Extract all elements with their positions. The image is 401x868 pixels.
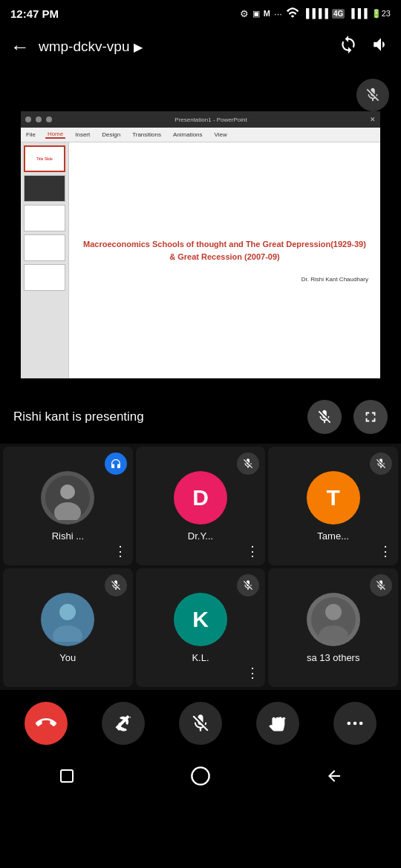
presenting-bar: Rishi kant is presenting (0, 390, 401, 444)
slide-thumb-4[interactable] (24, 234, 65, 261)
signal-icon: ▐▐▐▐ (303, 8, 328, 19)
participant-tame: T Tame... ⋮ (268, 447, 398, 565)
status-icons: ⚙ ▣ M ··· ▐▐▐▐ 4G ▐▐▐ 🔋23 (240, 7, 391, 20)
status-bar: 12:47 PM ⚙ ▣ M ··· ▐▐▐▐ 4G ▐▐▐ 🔋23 (0, 0, 401, 27)
signal2-icon: ▐▐▐ (348, 8, 368, 19)
ribbon-animations: Animations (171, 131, 205, 138)
status-time: 12:47 PM (10, 7, 59, 20)
raise-hand-button[interactable] (256, 702, 299, 745)
dry-mute-icon (237, 453, 259, 475)
svg-point-13 (192, 767, 209, 784)
slide-panel: Title Slide (21, 142, 69, 378)
participant-rishi: Rishi ... ⋮ (3, 447, 133, 565)
back-button[interactable]: ← (10, 36, 30, 59)
you-name: You (59, 652, 76, 663)
you-avatar (41, 593, 94, 646)
slide-title: Macroeconomics Schools of thought and Th… (81, 238, 368, 263)
dry-more-button[interactable]: ⋮ (246, 543, 259, 559)
nav-home-button[interactable] (186, 761, 215, 791)
camera-button[interactable] (102, 702, 145, 745)
fullscreen-button[interactable] (353, 400, 388, 434)
slide-thumb-5[interactable] (24, 264, 65, 291)
mic-button[interactable] (179, 702, 222, 745)
ribbon-design: Design (100, 131, 123, 138)
ribbon-view: View (212, 131, 229, 138)
you-mute-icon (105, 574, 127, 596)
slide-main-content: Macroeconomics Schools of thought and Th… (69, 142, 380, 378)
settings-icon: ⚙ (240, 8, 249, 19)
others-name: sa 13 others (307, 652, 360, 663)
sa-avatar (307, 593, 360, 646)
meeting-title-area: wmp-dckv-vpu ▶ (39, 39, 330, 55)
slide-ribbon: File Home Insert Design Transitions Anim… (21, 128, 380, 142)
ribbon-file: File (24, 131, 38, 138)
meeting-title: wmp-dckv-vpu (39, 39, 129, 55)
tame-more-button[interactable]: ⋮ (379, 543, 392, 559)
svg-point-10 (353, 722, 357, 726)
slide-toolbar: Presentation1 - PowerPoint ✕ (21, 111, 380, 128)
switch-camera-icon[interactable] (339, 35, 358, 59)
slide-thumb-1[interactable]: Title Slide (24, 145, 65, 172)
slide-thumb-3[interactable] (24, 205, 65, 231)
tame-avatar: T (307, 471, 360, 525)
ribbon-insert: Insert (73, 131, 92, 138)
present-mute-button[interactable] (307, 400, 342, 434)
battery-icon: 🔋23 (371, 9, 391, 19)
dry-avatar: D (174, 471, 227, 525)
more-status-icon: ··· (274, 8, 282, 19)
system-nav-bar (0, 757, 401, 795)
slide-window: Presentation1 - PowerPoint ✕ File Home I… (21, 111, 380, 378)
end-call-button[interactable] (25, 702, 68, 745)
svg-point-1 (60, 484, 75, 499)
others-mute-icon (370, 574, 392, 596)
svg-point-7 (325, 604, 342, 620)
kl-avatar: K (174, 593, 227, 646)
ribbon-transitions: Transitions (130, 131, 163, 138)
kl-more-button[interactable]: ⋮ (246, 665, 259, 681)
network-type-icon: 4G (332, 9, 345, 19)
presentation-area: Presentation1 - PowerPoint ✕ File Home I… (0, 67, 401, 444)
participant-others: sa 13 others (268, 568, 398, 687)
nav-back-button[interactable] (319, 761, 349, 791)
top-bar-icons (339, 35, 391, 59)
dry-name: Dr.Y... (188, 530, 213, 542)
rishi-name: Rishi ... (52, 530, 84, 542)
kl-mute-icon (237, 574, 259, 596)
ribbon-home: Home (45, 131, 65, 139)
svg-point-9 (348, 722, 351, 726)
more-options-button[interactable] (333, 702, 376, 745)
tame-mute-icon (370, 453, 392, 475)
nav-recents-button[interactable] (52, 761, 82, 791)
svg-point-4 (59, 604, 76, 620)
rishi-more-button[interactable]: ⋮ (114, 543, 127, 559)
top-bar: ← wmp-dckv-vpu ▶ (0, 27, 401, 67)
svg-rect-12 (61, 770, 73, 782)
rishi-avatar (41, 471, 94, 525)
slide-content-area: Title Slide Macroeconomics Schools of th… (21, 142, 380, 378)
presentation-mute-button[interactable] (356, 79, 389, 111)
tame-name: Tame... (317, 530, 349, 542)
bottom-controls (0, 690, 401, 757)
participant-kl: K K.L. ⋮ (136, 568, 266, 687)
volume-icon[interactable] (371, 35, 391, 59)
kl-name: K.L. (192, 652, 209, 663)
title-chevron-icon[interactable]: ▶ (134, 40, 143, 54)
participants-grid: Rishi ... ⋮ D Dr.Y... ⋮ T Tame... ⋮ (0, 444, 401, 690)
participant-dry: D Dr.Y... ⋮ (136, 447, 266, 565)
screen-record-icon: ▣ (252, 9, 260, 19)
speaking-icon (105, 453, 127, 475)
presenting-controls (307, 400, 388, 434)
presenting-label: Rishi kant is presenting (13, 410, 144, 424)
svg-point-11 (359, 722, 363, 726)
participant-you: You (3, 568, 133, 687)
slide-thumb-2[interactable] (24, 175, 65, 202)
wifi-icon (286, 7, 299, 20)
gmail-icon: M (264, 9, 270, 18)
slide-author: Dr. Rishi Kant Chaudhary (81, 276, 368, 283)
